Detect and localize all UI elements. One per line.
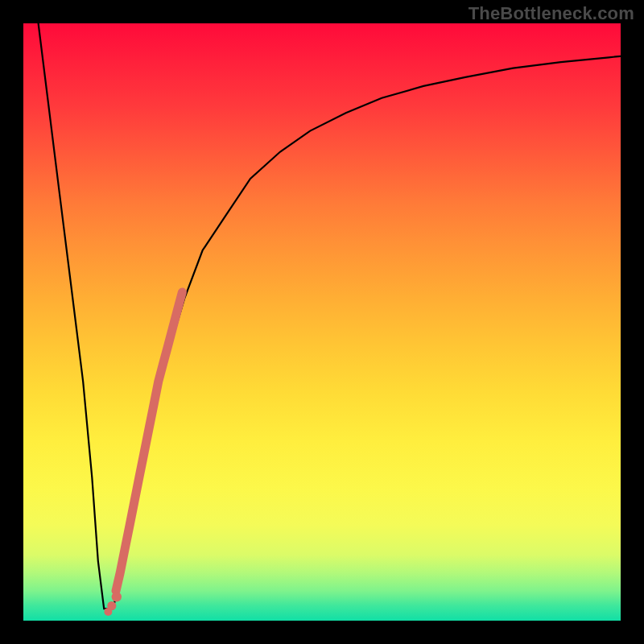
chart-svg [23,23,621,621]
highlight-dot [107,601,116,610]
watermark-text: TheBottleneck.com [469,3,634,24]
chart-frame: TheBottleneck.com [0,0,644,644]
highlight-dots [104,592,122,616]
highlight-dot [112,592,122,601]
highlight-segment [116,292,182,591]
plot-area [23,23,621,621]
bottleneck-curve [39,23,621,609]
